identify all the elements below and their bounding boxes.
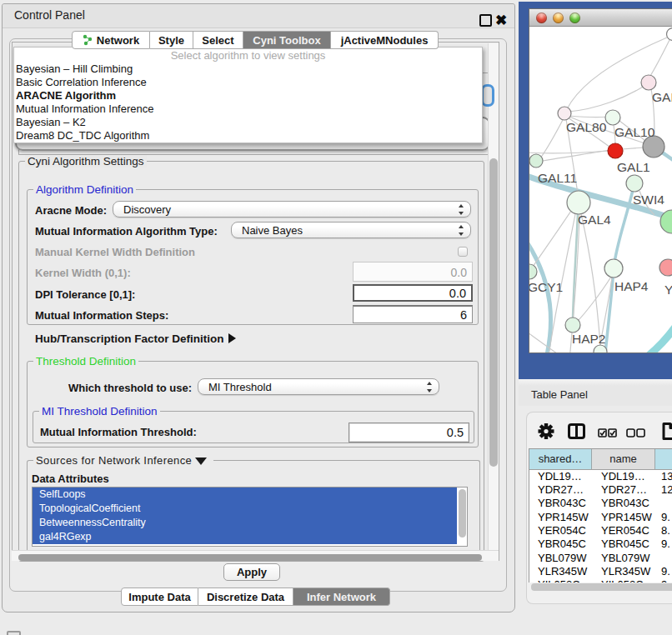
svg-text:GAL4: GAL4 xyxy=(578,212,611,227)
svg-text:HAP4: HAP4 xyxy=(614,279,649,293)
svg-text:GAL80: GAL80 xyxy=(566,120,607,134)
svg-text:GCY1: GCY1 xyxy=(529,280,563,294)
svg-text:Y: Y xyxy=(664,282,672,297)
svg-text:HAP2: HAP2 xyxy=(572,332,606,346)
svg-text:GAL11: GAL11 xyxy=(538,171,577,185)
svg-text:GAL7: GAL7 xyxy=(652,90,672,104)
svg-text:GAL1: GAL1 xyxy=(617,160,650,174)
svg-text:GAL10: GAL10 xyxy=(614,125,655,139)
svg-text:SWI4: SWI4 xyxy=(633,192,664,207)
